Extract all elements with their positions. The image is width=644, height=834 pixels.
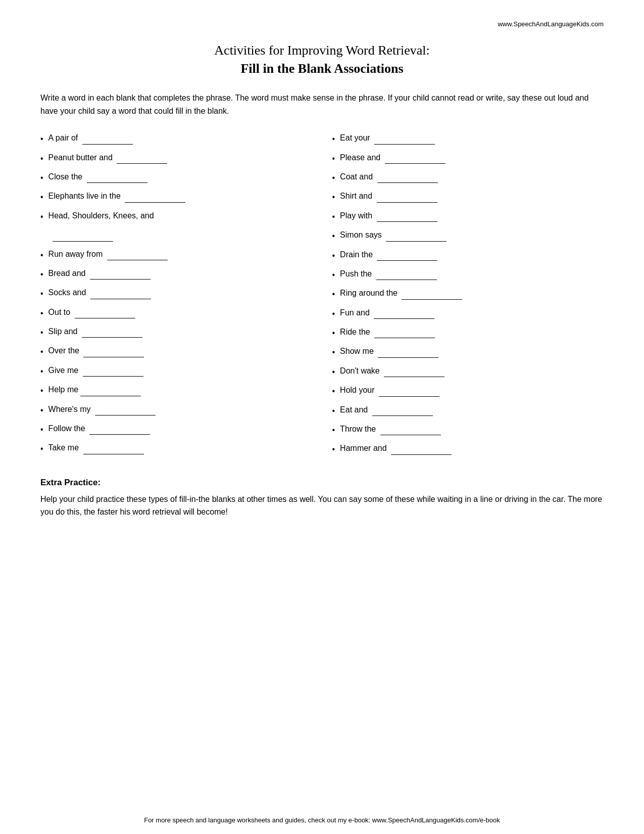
bullet-icon: • — [40, 192, 43, 203]
list-item: • Play with — [332, 210, 604, 222]
blank — [379, 385, 439, 396]
list-item: • Follow the — [40, 423, 312, 435]
bullet-icon: • — [40, 308, 43, 319]
columns-container: • A pair of • Peanut butter and • Close … — [40, 132, 604, 462]
list-item: • Eat your — [332, 132, 604, 145]
bullet-icon: • — [40, 211, 43, 222]
list-item: • Socks and — [40, 287, 312, 299]
list-item: • Over the — [40, 345, 312, 357]
blank — [374, 132, 435, 144]
title-line1: Activities for Improving Word Retrieval: — [40, 43, 604, 58]
list-item: • A pair of — [40, 132, 312, 145]
bullet-icon: • — [40, 172, 43, 183]
list-item: • Fun and — [332, 307, 604, 319]
blank — [377, 249, 437, 261]
list-item: • Hammer and — [332, 443, 604, 455]
bullet-icon: • — [332, 328, 335, 339]
list-item: • Close the — [40, 171, 312, 183]
blank — [372, 404, 433, 416]
list-item: • Peanut butter and — [40, 152, 312, 164]
list-item: • Please and — [332, 152, 604, 164]
list-item: • Run away from — [40, 249, 312, 261]
continuation-blank — [40, 229, 312, 241]
bullet-icon: • — [40, 269, 43, 280]
bullet-icon: • — [40, 133, 43, 145]
list-item: • Out to — [40, 307, 312, 319]
blank — [90, 287, 151, 299]
bullet-icon: • — [332, 405, 335, 416]
bullet-icon: • — [332, 347, 335, 358]
list-item: • Elephants live in the — [40, 191, 312, 203]
blank — [107, 249, 168, 260]
list-item: • Ring around the — [332, 288, 604, 300]
list-item: • Throw the — [332, 424, 604, 436]
list-item: • Push the — [332, 268, 604, 281]
blank — [402, 288, 462, 299]
bullet-icon: • — [332, 192, 335, 203]
list-item: • Help me — [40, 384, 312, 396]
right-column: • Eat your • Please and • Coat and • Shi… — [332, 132, 604, 462]
blank — [377, 191, 437, 202]
blank — [82, 132, 133, 144]
blank — [80, 384, 141, 396]
bullet-icon: • — [332, 425, 335, 436]
website-url: www.SpeechAndLanguageKids.com — [40, 20, 604, 28]
instructions: Write a word in each blank that complete… — [40, 91, 604, 117]
blank — [83, 442, 144, 454]
blank — [374, 327, 435, 338]
list-item: • Bread and — [40, 268, 312, 280]
blank — [377, 171, 438, 183]
list-item: • Where's my — [40, 404, 312, 416]
list-item: • Show me — [332, 346, 604, 358]
footer-url: www.SpeechAndLanguageKids.com/e-book — [372, 816, 500, 824]
blank — [90, 268, 151, 280]
blank — [83, 345, 144, 357]
bullet-icon: • — [40, 250, 43, 261]
blank — [75, 307, 135, 318]
bullet-icon: • — [332, 133, 335, 145]
bullet-icon: • — [40, 424, 43, 435]
bullet-icon: • — [332, 269, 335, 281]
footer-text: For more speech and language worksheets … — [144, 816, 372, 824]
list-item: • Eat and — [332, 404, 604, 416]
bullet-icon: • — [332, 153, 335, 164]
blank — [53, 229, 113, 241]
blank — [380, 424, 441, 435]
title-line2: Fill in the Blank Associations — [40, 61, 604, 76]
blank — [374, 307, 434, 319]
bullet-icon: • — [332, 386, 335, 397]
extra-practice-title: Extra Practice: — [40, 478, 604, 488]
footer: For more speech and language worksheets … — [0, 816, 644, 824]
bullet-icon: • — [332, 289, 335, 300]
extra-practice-section: Extra Practice: Help your child practice… — [40, 478, 604, 519]
bullet-icon: • — [40, 366, 43, 377]
bullet-icon: • — [332, 444, 335, 455]
bullet-icon: • — [332, 172, 335, 183]
blank — [385, 152, 445, 164]
blank — [377, 210, 437, 222]
page: www.SpeechAndLanguageKids.com Activities… — [0, 0, 644, 834]
blank — [82, 326, 142, 338]
bullet-icon: • — [40, 385, 43, 396]
blank — [376, 268, 437, 280]
blank — [117, 152, 167, 164]
bullet-icon: • — [40, 405, 43, 416]
bullet-icon: • — [332, 250, 335, 261]
bullet-icon: • — [332, 211, 335, 222]
blank — [83, 365, 143, 377]
list-item: • Drain the — [332, 249, 604, 261]
extra-practice-text: Help your child practice these types of … — [40, 493, 604, 519]
blank — [125, 191, 185, 202]
list-item: • Shirt and — [332, 191, 604, 203]
list-item: • Don't wake — [332, 365, 604, 378]
blank — [89, 423, 150, 435]
list-item: • Head, Shoulders, Knees, and — [40, 210, 312, 222]
bullet-icon: • — [40, 288, 43, 299]
list-item: • Coat and — [332, 171, 604, 183]
bullet-icon: • — [332, 308, 335, 319]
left-column: • A pair of • Peanut butter and • Close … — [40, 132, 312, 462]
title-section: Activities for Improving Word Retrieval:… — [40, 43, 604, 76]
blank — [384, 365, 444, 377]
list-item: • Simon says — [332, 229, 604, 242]
bullet-icon: • — [332, 366, 335, 378]
